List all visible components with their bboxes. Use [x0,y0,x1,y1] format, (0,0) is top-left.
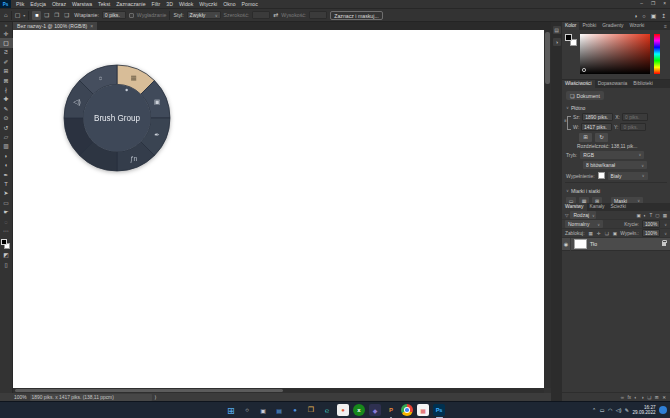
canvas-width-input[interactable]: 1890 piks. [582,113,613,121]
canvas-y-input[interactable]: 0 piks. [620,123,646,131]
search-icon[interactable]: ○ [642,13,646,19]
tray-volume-icon[interactable]: ◁) [616,407,622,413]
dodge-tool[interactable]: ◖ [0,160,13,169]
foreground-color-swatch[interactable] [565,34,572,41]
menu-filtr[interactable]: Filtr [149,0,164,8]
hue-slider[interactable] [654,34,660,74]
new-layer-icon[interactable]: ⊞ [655,395,659,400]
menu-3d[interactable]: 3D [163,0,176,8]
lock-position-icon[interactable]: ❏ [605,231,609,236]
layer-row-background[interactable]: ◉ Tło [562,238,670,251]
tab-biblioteki[interactable]: Biblioteki [630,80,656,88]
rulers-section-header[interactable]: ∨ Miarki i siatki [565,185,667,196]
filter-pixel-icon[interactable]: ▣ [636,213,640,218]
frame-tool[interactable]: ⊠ [0,76,13,85]
menu-plik[interactable]: Plik [13,0,27,8]
filter-funnel-icon[interactable]: ▽ [565,213,568,218]
menu-edycja[interactable]: Edycja [27,0,49,8]
widgets-button[interactable]: ▤ [273,404,285,416]
select-and-mask-button[interactable]: Zaznacz i maskuj... [330,11,382,20]
quick-mask-button[interactable]: ◩ [0,251,13,260]
fill-dropdown[interactable]: Biały ∨ [608,172,648,180]
feather-input[interactable]: 0 piks. [102,11,126,19]
tab-warstwy[interactable]: Warstwy [562,203,587,211]
task-view-button[interactable]: ▣ [257,404,269,416]
zoom-tool[interactable]: ◌ [0,217,13,226]
lock-all-icon[interactable]: ▣ [613,231,617,236]
layer-thumbnail[interactable] [574,239,587,249]
height-input[interactable] [309,11,327,19]
filter-adjustment-icon[interactable]: ◐ [644,213,647,218]
filter-smart-icon[interactable]: ▦ [663,213,667,218]
search-button[interactable]: ○ [241,404,253,416]
tab-probki[interactable]: Próbki [579,22,599,30]
fill-input[interactable]: 100% [642,229,660,237]
chat-button[interactable]: ● [289,404,301,416]
new-group-icon[interactable]: ❏ [647,395,651,400]
move-tool[interactable]: ✛ [0,29,13,38]
help-icon[interactable]: ◑ [634,13,638,19]
filter-type-dropdown[interactable]: Rodzaj ∨ [570,211,596,219]
zoom-level[interactable]: 100% [14,395,27,400]
tab-kolor[interactable]: Kolor [562,22,579,30]
menu-tekst[interactable]: Tekst [95,0,113,8]
tab-gradienty[interactable]: Gradienty [599,22,626,30]
crop-tool[interactable]: ⊞ [0,67,13,76]
menu-warstwa[interactable]: Warstwa [69,0,95,8]
document-tab[interactable]: Bez nazwy-1 @ 100% (RGB/8) × [13,22,97,30]
minimize-button[interactable]: – [640,0,643,8]
edge-button[interactable]: ℮ [321,404,333,416]
eyedropper-tool[interactable]: ∤ [0,85,13,94]
blend-mode-dropdown[interactable]: Normalny ∨ [565,220,603,228]
lock-pixels-icon[interactable]: ✛ [597,231,601,236]
bit-depth-dropdown[interactable]: 8 bitów/kanał ∨ [583,161,647,169]
canvas[interactable]: Brush Group ▦ ▣ ✒ ƒn ◁) ☼ [13,30,544,388]
canvas-x-input[interactable]: 0 piks. [622,113,648,121]
menu-pomoc[interactable]: Pomoc [239,0,261,8]
tray-wifi-icon[interactable]: ◠ [608,407,612,413]
tray-display-icon[interactable]: ▭ [600,407,605,413]
adjustment-layer-icon[interactable]: ◑ [641,395,644,400]
antialias-checkbox[interactable] [129,13,134,18]
saturation-brightness-picker[interactable] [580,34,650,74]
link-layers-icon[interactable]: ∞ [621,395,624,400]
spot-healing-tool[interactable]: ✚ [0,95,13,104]
xbox-button[interactable]: x [353,404,365,416]
workspace-icon[interactable]: ▣ [651,13,656,19]
menu-obraz[interactable]: Obraz [49,0,69,8]
layer-effects-icon[interactable]: fx [628,395,632,400]
tool-preset-icon[interactable]: ▢ [15,10,21,20]
share-icon[interactable]: ↥ [661,13,666,19]
clone-stamp-tool[interactable]: ⊙ [0,114,13,123]
collapsed-panel-icon-1[interactable]: ▤ [553,26,561,34]
rotate-canvas-button[interactable]: ↻ [595,133,608,142]
brush-tool[interactable]: ✎ [0,104,13,113]
photos-app-button[interactable]: ▦ [417,404,429,416]
swap-dimensions-icon[interactable]: ⇄ [273,10,278,20]
pureref-button[interactable]: P [385,404,397,416]
intersect-selection-mode[interactable]: ❑ [62,11,71,20]
taskbar-clock[interactable]: 16:27 29.09.2022 [633,405,656,416]
tab-sciezki[interactable]: Ścieżki [608,203,630,211]
screen-mode-button[interactable]: ▯ [0,260,13,269]
lasso-tool[interactable]: Ƨ [0,48,13,57]
style-dropdown[interactable]: Zwykły∨ [187,11,221,19]
tab-kanaly[interactable]: Kanały [587,203,608,211]
purple-app-button[interactable]: ◆ [369,404,381,416]
status-caret-icon[interactable]: ⟩ [155,394,157,400]
collapsed-panel-icon-2[interactable]: ◑ [553,38,561,46]
panel-menu-icon[interactable]: ≡ [661,22,670,30]
quick-selection-tool[interactable]: ✐ [0,57,13,66]
blur-tool[interactable]: ◗ [0,151,13,160]
shape-tool[interactable]: ▭ [0,198,13,207]
photoshop-button[interactable]: Ps [433,404,445,416]
gradient-tool[interactable]: ▥ [0,142,13,151]
home-icon[interactable]: ⌂ [4,10,8,20]
fill-color-swatch[interactable] [598,172,605,179]
add-selection-mode[interactable]: ❏ [42,11,51,20]
mode-dropdown[interactable]: RGB ∨ [580,151,644,159]
layer-visibility-eye-icon[interactable]: ◉ [562,238,571,251]
filter-type-icon[interactable]: T [650,213,653,218]
delete-layer-icon[interactable]: ✕ [662,395,666,400]
maximize-button[interactable]: ❐ [651,0,655,8]
